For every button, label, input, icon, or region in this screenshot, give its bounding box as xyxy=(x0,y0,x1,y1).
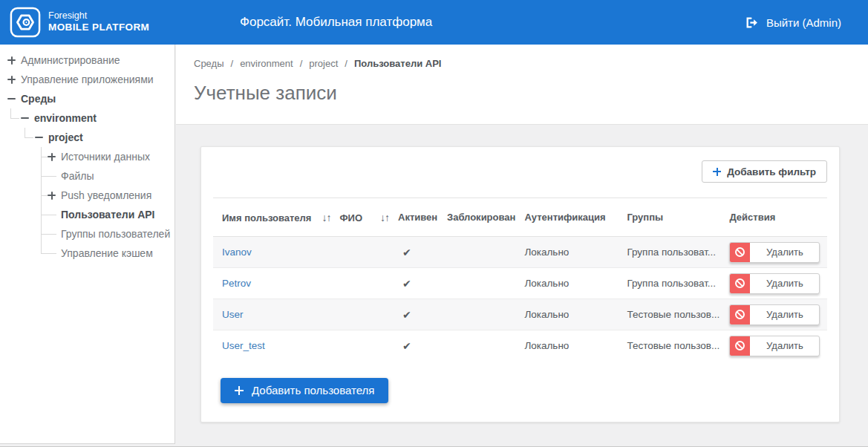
sidebar-item-administration[interactable]: Администрирование xyxy=(0,50,174,70)
auth-cell: Локально xyxy=(515,330,618,362)
sidebar-item-environments[interactable]: Среды xyxy=(0,89,174,108)
block-icon-badge xyxy=(730,336,750,356)
expand-plus-icon[interactable] xyxy=(48,192,56,200)
sidebar-item-label: Администрирование xyxy=(21,54,120,66)
sort-icon[interactable]: ↓↑ xyxy=(322,212,330,224)
expand-plus-icon[interactable] xyxy=(7,76,16,84)
nav-tree: Администрирование Управление приложениям… xyxy=(0,45,174,263)
delete-user-button[interactable]: Удалить xyxy=(729,336,820,356)
sidebar-item-label: Файлы xyxy=(61,170,94,182)
block-icon xyxy=(735,278,745,288)
add-user-button[interactable]: Добавить пользователя xyxy=(221,378,388,403)
sidebar-nav: Администрирование Управление приложениям… xyxy=(0,45,175,444)
sidebar-item-project[interactable]: project xyxy=(0,128,174,147)
sidebar-item-label: Управление кэшем xyxy=(61,247,153,259)
fio-cell xyxy=(330,299,389,330)
auth-cell: Локально xyxy=(515,268,618,299)
delete-label: Удалить xyxy=(750,274,819,293)
fio-cell xyxy=(330,237,389,268)
breadcrumb-project[interactable]: project xyxy=(309,58,338,69)
table-header-row: Имя пользователя↓↑ ФИО↓↑ Активен Заблоки… xyxy=(213,198,827,237)
plus-icon xyxy=(713,168,721,176)
sidebar-item-label: project xyxy=(48,131,83,143)
breadcrumb-separator: / xyxy=(345,58,347,69)
plus-icon xyxy=(235,386,244,395)
add-filter-label: Добавить фильтр xyxy=(727,166,816,177)
user-link[interactable]: User_test xyxy=(222,340,265,351)
expand-plus-icon[interactable] xyxy=(48,153,56,161)
breadcrumb: Среды / environment / project / Пользова… xyxy=(194,58,868,69)
blocked-cell xyxy=(438,237,515,268)
sidebar-item-environment[interactable]: environment xyxy=(0,108,174,128)
active-check-icon: ✔ xyxy=(398,278,411,290)
table-row: Ivanov ✔ Локально Группа пользоват... Уд… xyxy=(213,237,827,268)
col-username: Имя пользователя↓↑ xyxy=(213,198,330,237)
sidebar-item-label: Push уведомления xyxy=(61,189,151,201)
sidebar-item-data-sources[interactable]: Источники данных xyxy=(0,147,174,166)
logout-button[interactable]: Выйти (Admin) xyxy=(745,0,841,45)
table-row: User ✔ Локально Тестовые пользов... Удал… xyxy=(213,299,827,330)
sidebar-item-label: Управление приложениями xyxy=(21,74,154,85)
users-card: Добавить фильтр Имя пользователя↓↑ ФИО↓↑ xyxy=(200,146,840,422)
foresight-logo-icon xyxy=(10,7,41,38)
collapse-minus-icon[interactable] xyxy=(7,95,16,103)
breadcrumb-environments[interactable]: Среды xyxy=(194,58,224,69)
delete-user-button[interactable]: Удалить xyxy=(729,304,820,325)
sidebar-item-app-management[interactable]: Управление приложениями xyxy=(0,70,174,89)
col-actions: Действия xyxy=(720,198,827,237)
block-icon xyxy=(735,341,745,350)
block-icon-badge xyxy=(730,274,750,293)
main-content: Среды / environment / project / Пользова… xyxy=(176,45,868,446)
col-active: Активен xyxy=(389,198,438,237)
auth-cell: Локально xyxy=(515,299,618,330)
collapse-minus-icon[interactable] xyxy=(21,114,29,123)
users-table: Имя пользователя↓↑ ФИО↓↑ Активен Заблоки… xyxy=(213,198,827,362)
sidebar-item-files[interactable]: Файлы xyxy=(0,166,174,186)
sidebar-item-label: Пользователи API xyxy=(61,209,155,221)
add-user-label: Добавить пользователя xyxy=(252,384,374,397)
sidebar-item-push-notifications[interactable]: Push уведомления xyxy=(0,186,174,205)
breadcrumb-separator: / xyxy=(300,58,303,69)
brand-name: Foresight xyxy=(48,10,149,22)
active-check-icon: ✔ xyxy=(398,247,411,258)
active-check-icon: ✔ xyxy=(398,340,411,352)
auth-cell: Локально xyxy=(515,237,618,268)
add-filter-button[interactable]: Добавить фильтр xyxy=(702,160,827,183)
blocked-cell xyxy=(438,268,515,299)
sidebar-item-cache-management[interactable]: Управление кэшем xyxy=(0,244,174,263)
page-title: Учетные записи xyxy=(194,82,868,105)
app-window: Foresight MOBILE PLATFORM Форсайт. Мобил… xyxy=(0,0,868,447)
delete-label: Удалить xyxy=(750,305,819,324)
active-check-icon: ✔ xyxy=(398,309,411,321)
sort-icon[interactable]: ↓↑ xyxy=(380,212,389,224)
user-link[interactable]: Petrov xyxy=(222,278,251,289)
groups-cell: Тестовые пользов... xyxy=(618,330,720,362)
user-link[interactable]: Ivanov xyxy=(222,247,252,258)
expand-plus-icon[interactable] xyxy=(7,56,16,65)
top-bar: Foresight MOBILE PLATFORM Форсайт. Мобил… xyxy=(0,0,868,45)
sidebar-item-label: Среды xyxy=(21,93,56,105)
groups-cell: Группа пользоват... xyxy=(618,268,720,299)
sidebar-item-api-users[interactable]: Пользователи API xyxy=(0,205,174,224)
logout-label: Выйти (Admin) xyxy=(766,16,841,29)
delete-user-button[interactable]: Удалить xyxy=(729,273,820,294)
table-row: Petrov ✔ Локально Группа пользоват... Уд… xyxy=(213,268,827,299)
sidebar-item-label: Источники данных xyxy=(61,151,150,163)
col-blocked: Заблокирован xyxy=(438,198,515,237)
delete-label: Удалить xyxy=(750,336,819,356)
breadcrumb-environment[interactable]: environment xyxy=(240,58,293,69)
table-row: User_test ✔ Локально Тестовые пользов...… xyxy=(213,330,827,362)
groups-cell: Тестовые пользов... xyxy=(618,299,720,330)
breadcrumb-separator: / xyxy=(231,58,234,69)
sidebar-item-label: Группы пользователей xyxy=(61,228,170,240)
collapse-minus-icon[interactable] xyxy=(35,134,43,142)
block-icon-badge xyxy=(730,305,750,324)
block-icon xyxy=(735,247,745,257)
user-link[interactable]: User xyxy=(222,309,244,320)
delete-user-button[interactable]: Удалить xyxy=(729,242,820,263)
block-icon-badge xyxy=(730,243,750,262)
blocked-cell xyxy=(438,330,515,362)
blocked-cell xyxy=(438,299,515,330)
sidebar-item-user-groups[interactable]: Группы пользователей xyxy=(0,224,174,244)
page-header: Среды / environment / project / Пользова… xyxy=(176,45,868,125)
